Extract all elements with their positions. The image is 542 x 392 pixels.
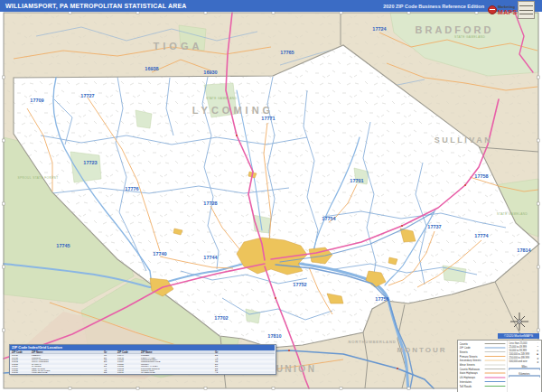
publisher-logo: Marketing MAPS	[488, 1, 540, 19]
legend-line-swatch	[485, 381, 506, 382]
legend-line-swatch	[485, 377, 506, 378]
city-symbol-icon: ·	[536, 342, 540, 345]
zip-code-label: 17737	[427, 224, 441, 229]
forest-name-label: STATE GAMELAND	[454, 35, 485, 39]
legend-population-row: 25,000 to 49,999 •	[509, 345, 540, 349]
logo-line2: MAPS	[498, 9, 517, 15]
legend-line-swatch	[485, 369, 506, 369]
zip-code-label: 17709	[30, 98, 43, 103]
zip-code-label: 17810	[267, 333, 281, 339]
zip-code-label: 16938	[145, 66, 158, 71]
zip-code-label: 17771	[261, 116, 275, 121]
legend-line-swatch	[485, 351, 506, 352]
legend-line-swatch	[485, 364, 506, 365]
zip-code-label: 17756	[375, 296, 388, 302]
legend-line-swatch	[485, 386, 506, 387]
forest-name-label: STATE GAMELAND	[497, 212, 528, 216]
city-symbol-icon: ★	[536, 359, 540, 363]
city-symbol-icon: ★	[536, 356, 540, 359]
zip-code-label: 17744	[203, 255, 218, 260]
zip-code-label: 17701	[350, 178, 363, 183]
zip-code-label: 17745	[56, 243, 70, 248]
forest-name-label: SPROUL STATE FOREST	[17, 176, 58, 180]
title-bar: WILLIAMSPORT, PA METROPOLITAN STATISTICA…	[0, 0, 542, 12]
copyright-strip: ©2020 MarketMAPS	[498, 333, 539, 339]
legend-population-row: Less than 25,000 ·	[509, 341, 540, 345]
scale-bar-kilometers: Kilometers	[509, 373, 540, 378]
map-sheet: STATE GAMELANDSTATE GAMELANDSTATE GAMELA…	[0, 0, 542, 392]
zip-code-label: 16930	[203, 70, 217, 75]
zip-code-label: 17814	[517, 247, 531, 253]
logo-fineprint	[518, 1, 535, 19]
zip-code-label: 17702	[214, 315, 228, 321]
zip-code-label: 17724	[372, 26, 387, 32]
map-legend: County ZIP Code Streets Primary	[457, 340, 542, 392]
county-name-label: LYCOMING	[192, 105, 274, 116]
zip-code-label: 17765	[280, 50, 294, 55]
legend-population-row: 50,000 to 99,999 ●	[509, 349, 540, 352]
city-symbol-icon: ■	[536, 353, 540, 356]
zip-code-label: 17752	[293, 282, 306, 287]
legend-row: Toll Roads	[460, 384, 506, 388]
zip-code-label: 17774	[474, 233, 489, 238]
city-symbol-icon: ●	[536, 350, 540, 352]
county-name-label: TIOGA	[154, 41, 203, 51]
county-name-label: NORTHUMBERLAND	[348, 340, 396, 344]
county-name-label: MONTOUR	[397, 346, 446, 354]
map-title: WILLIAMSPORT, PA METROPOLITAN STATISTICA…	[0, 3, 187, 9]
table-row: 17740JERSEY SHOREA3 17810ALLENWOODC3	[10, 374, 275, 375]
globe-icon	[488, 5, 497, 14]
zip-code-label: 17758	[474, 173, 488, 179]
county-name-label: SULLIVAN	[435, 135, 492, 145]
map-canvas: STATE GAMELANDSTATE GAMELANDSTATE GAMELA…	[0, 0, 542, 392]
zip-index-body: 16930LIBERTYC1 17744LINDENB2 16938MORRIS…	[10, 354, 275, 375]
legend-line-swatch	[485, 373, 506, 374]
legend-population-list: Less than 25,000 · 25,000 to 49,999 • 50…	[509, 341, 540, 363]
legend-line-swatch	[485, 356, 506, 357]
county-name-label: BRADFORD	[416, 24, 494, 35]
zip-code-label: 17727	[80, 93, 94, 98]
city-symbol-icon: •	[536, 346, 540, 349]
legend-line-swatch	[485, 348, 506, 349]
legend-population-row: 500,000 and over ★	[509, 359, 540, 363]
zip-code-label: 17754	[322, 216, 336, 221]
county-name-label: UNION	[276, 364, 317, 374]
legend-line-swatch	[485, 360, 506, 361]
forest-name-label: STATE GAMELAND	[206, 97, 237, 100]
zip-code-label: 17740	[153, 251, 166, 257]
scale-bar-miles: Miles	[509, 366, 540, 371]
zip-code-label: 17723	[83, 160, 97, 165]
zip-index-table: ZIP Code Index/Grid Location ZIP CodeZIP…	[9, 344, 276, 375]
legend-road-list: County ZIP Code Streets Primary	[458, 341, 508, 392]
zip-code-label: 17776	[125, 186, 138, 191]
legend-line-swatch	[485, 343, 506, 344]
zip-code-label: 17728	[203, 201, 217, 206]
